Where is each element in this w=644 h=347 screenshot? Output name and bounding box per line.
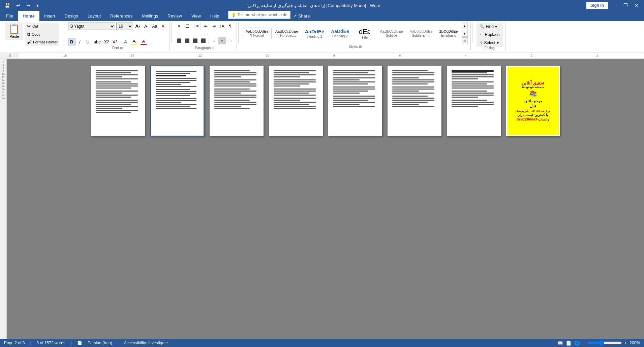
numbering-button[interactable]: ☰ <box>184 23 191 30</box>
italic-button[interactable]: I <box>76 38 84 45</box>
align-right-button[interactable]: ⬛ <box>192 37 199 44</box>
page-5[interactable] <box>328 66 382 136</box>
replace-button[interactable]: ↔ Replace <box>477 31 503 39</box>
tab-review[interactable]: Review <box>163 11 187 21</box>
style-heading1[interactable]: AaDdEe Heading 1 <box>302 27 328 40</box>
font-grow-button[interactable]: A+ <box>134 23 142 30</box>
clear-formatting-button[interactable]: A <box>159 23 167 30</box>
show-marks-button[interactable]: ¶ <box>226 23 234 30</box>
font-name-select[interactable]: B Yagut <box>68 23 115 30</box>
tab-references[interactable]: References <box>105 11 137 21</box>
accessibility-status[interactable]: Accessibility: Investigate <box>124 341 168 345</box>
increase-indent-button[interactable]: ⇥ <box>210 23 218 30</box>
word-count[interactable]: 8 of 1572 words <box>37 341 65 345</box>
style-subtle-em[interactable]: AaBbCcDdEe Subtle Em... <box>407 28 436 39</box>
align-left-button[interactable]: ⬛ <box>176 37 183 44</box>
multilevel-list-button[interactable]: ⋮≡ <box>192 23 199 30</box>
copy-button[interactable]: ⧉ Copy <box>25 30 59 38</box>
font-color-button[interactable]: A <box>139 38 148 45</box>
zoom-level[interactable]: 200% <box>630 341 640 345</box>
find-button[interactable]: 🔍 Find ▾ <box>477 23 503 31</box>
tab-view[interactable]: View <box>187 11 206 21</box>
strikethrough-button[interactable]: abc <box>92 38 102 45</box>
view-web-button[interactable]: 🌐 <box>574 341 580 346</box>
style-heading2[interactable]: AaDdEe Heading 2 <box>328 27 352 40</box>
page-4[interactable] <box>269 66 323 136</box>
tab-help[interactable]: Help <box>206 11 224 21</box>
font-dialog-launcher[interactable]: ⊞ <box>120 46 123 50</box>
bold-button[interactable]: B <box>68 38 75 45</box>
sort-button[interactable]: ↕A <box>218 23 226 30</box>
page-8[interactable]: تحقیق آنلاین Tahghighonline.ir 📚 مرجع دا… <box>506 66 560 136</box>
paragraph-row1: ≡ ☰ ⋮≡ ⇤ ⇥ ↕A ¶ <box>176 23 234 30</box>
tab-home[interactable]: Home <box>18 11 39 21</box>
sign-in-button[interactable]: Sign in <box>586 2 608 9</box>
subscript-button[interactable]: X2 <box>103 38 111 45</box>
font-size-select[interactable]: 16 <box>116 23 133 30</box>
cut-button[interactable]: ✂ Cut <box>25 23 59 30</box>
style-subtitle[interactable]: AaBbCcDdEe Subtitle <box>377 28 406 39</box>
select-button[interactable]: ⊹ Select ▾ <box>477 39 503 47</box>
corner-button[interactable]: ⊞ <box>7 54 13 57</box>
zoom-slider[interactable] <box>588 340 622 346</box>
underline-button[interactable]: U <box>84 38 92 45</box>
document-area[interactable]: تحقیق آنلاین Tahghighonline.ir 📚 مرجع دا… <box>7 59 644 347</box>
font-formatting-row: B I U abc X2 X2 A A A <box>68 38 167 45</box>
style-no-space[interactable]: AaBbCcDdEe ¶ No Spac... <box>272 28 301 39</box>
restore-button[interactable]: ❐ <box>621 1 631 9</box>
undo-button[interactable]: ↩ <box>14 2 22 9</box>
page-2[interactable] <box>150 66 204 136</box>
window-controls: Sign in — ❐ ✕ <box>586 1 641 9</box>
line-spacing-button[interactable]: ↕ <box>210 37 218 44</box>
tab-file[interactable]: File <box>1 11 18 21</box>
close-button[interactable]: ✕ <box>632 1 641 9</box>
tab-mailings[interactable]: Mailings <box>137 11 163 21</box>
language[interactable]: Persian (Iran) <box>88 341 112 345</box>
page-7[interactable] <box>447 66 501 136</box>
minimize-button[interactable]: — <box>609 1 619 9</box>
page-3[interactable] <box>210 66 264 136</box>
shading-button[interactable]: ▪ <box>218 37 226 44</box>
style-title[interactable]: dΕε Title <box>353 26 376 41</box>
styles-dialog-launcher[interactable]: ⊞ <box>359 45 362 48</box>
share-icon: ↗ <box>293 13 297 19</box>
zoom-in-button[interactable]: + <box>624 341 627 346</box>
styles-more-button[interactable]: ⊞ <box>462 37 468 44</box>
tab-layout[interactable]: Layout <box>83 11 105 21</box>
clipboard-group: 📋 Paste ✂ Cut ⧉ Copy 🖌 Format Painter <box>3 23 62 47</box>
borders-button[interactable]: □ <box>226 37 234 44</box>
tab-design[interactable]: Design <box>60 11 83 21</box>
paste-button[interactable]: 📋 Paste <box>5 23 23 40</box>
page-6[interactable] <box>388 66 441 136</box>
styles-scroll-up-button[interactable]: ▲ <box>462 23 468 29</box>
main-area: 2 4 6 8 10 12 14 16 18 20 22 24 26 <box>0 59 644 347</box>
style-normal[interactable]: AaBbCcDdEe ¶ Normal <box>243 28 272 39</box>
select-icon: ⊹ <box>480 40 483 45</box>
page-1[interactable] <box>91 66 145 136</box>
view-read-button[interactable]: 📖 <box>557 341 563 346</box>
font-shrink-button[interactable]: A- <box>143 23 150 30</box>
tab-insert[interactable]: Insert <box>39 11 60 21</box>
text-effects-button[interactable]: A <box>122 38 129 45</box>
view-print-button[interactable]: 📄 <box>566 341 572 346</box>
align-center-button[interactable]: ⬛ <box>184 37 191 44</box>
bullets-button[interactable]: ≡ <box>176 23 183 30</box>
justify-button[interactable]: ⬛ <box>200 37 207 44</box>
scissors-icon: ✂ <box>27 24 31 29</box>
format-painter-button[interactable]: 🖌 Format Painter <box>25 38 59 46</box>
redo-button[interactable]: ↪ <box>25 2 32 9</box>
tell-me-box[interactable]: 💡 Tell me what you want to do <box>228 11 290 19</box>
change-case-button[interactable]: Aa <box>151 23 158 30</box>
paragraph-dialog-launcher[interactable]: ⊞ <box>212 46 214 50</box>
styles-scroll-down-button[interactable]: ▼ <box>462 30 468 37</box>
decrease-indent-button[interactable]: ⇤ <box>202 23 210 30</box>
superscript-button[interactable]: X2 <box>111 38 119 45</box>
page-indicator[interactable]: Page 2 of 8 <box>4 341 25 345</box>
highlight-color-button[interactable]: A <box>130 38 139 45</box>
customize-quick-access-button[interactable]: ▾ <box>35 2 40 9</box>
share-button[interactable]: ↗ Share <box>290 11 313 21</box>
format-painter-icon: 🖌 <box>27 39 32 45</box>
style-emphasis[interactable]: 1bCcDdEe Emphasis <box>436 28 461 39</box>
zoom-out-button[interactable]: − <box>583 341 585 346</box>
save-button[interactable]: 💾 <box>3 2 12 9</box>
